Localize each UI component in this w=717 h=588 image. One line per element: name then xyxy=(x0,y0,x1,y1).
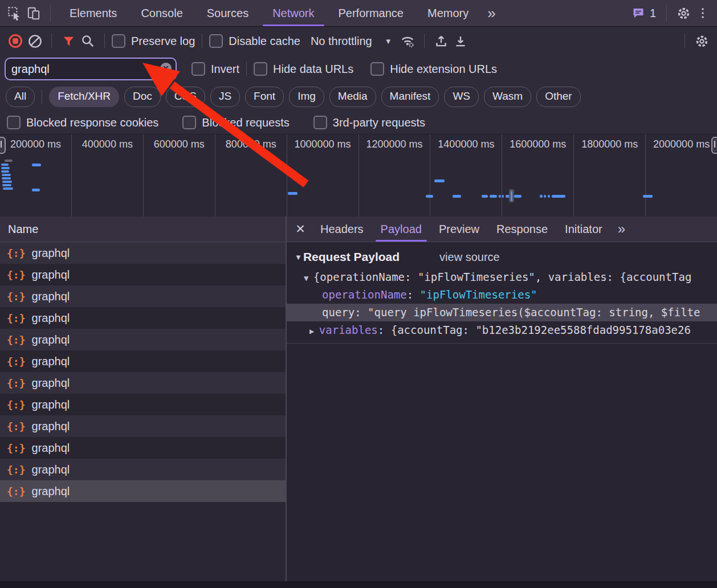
clear-network-log-icon[interactable] xyxy=(25,31,44,51)
request-name: graphql xyxy=(32,312,70,325)
details-tab-payload[interactable]: Payload xyxy=(372,217,430,242)
settings-gear-icon[interactable] xyxy=(674,3,693,23)
inspect-element-icon[interactable] xyxy=(5,3,24,23)
filter-chip-js[interactable]: JS xyxy=(210,87,240,107)
checkbox[interactable] xyxy=(370,62,384,76)
tab-memory[interactable]: Memory xyxy=(415,1,480,26)
export-har-icon[interactable] xyxy=(451,31,470,51)
device-toolbar-icon[interactable] xyxy=(24,3,43,23)
checkbox[interactable] xyxy=(209,34,223,48)
tab-elements[interactable]: Elements xyxy=(58,1,129,26)
filter-chip-manifest[interactable]: Manifest xyxy=(381,87,439,107)
checkbox-label: 3rd-party requests xyxy=(333,116,425,129)
filter-chip-fetch-xhr[interactable]: Fetch/XHR xyxy=(49,87,119,107)
filter-chip-img[interactable]: Img xyxy=(289,87,324,107)
import-har-icon[interactable] xyxy=(431,31,451,51)
overview-tick: 1600000 ms xyxy=(502,134,573,217)
request-row[interactable]: {:}graphql xyxy=(0,480,286,502)
request-name: graphql xyxy=(32,377,70,390)
name-column-header[interactable]: Name xyxy=(0,217,286,242)
close-details-icon[interactable]: ✕ xyxy=(289,222,312,236)
filter-chip-doc[interactable]: Doc xyxy=(124,87,161,107)
tab-performance[interactable]: Performance xyxy=(327,1,416,26)
view-source-link[interactable]: view source xyxy=(439,251,500,264)
filter-chip-other[interactable]: Other xyxy=(536,87,581,107)
overview-handle-right[interactable] xyxy=(711,137,717,154)
checkbox[interactable] xyxy=(182,116,196,129)
json-braces-icon: {:} xyxy=(7,269,26,281)
request-row[interactable]: {:}graphql xyxy=(0,264,286,285)
filter-chip-css[interactable]: CSS xyxy=(166,87,205,107)
filter-input[interactable] xyxy=(6,63,176,76)
hide-data-urls-checkbox[interactable]: Hide data URLs xyxy=(254,62,353,76)
more-details-tabs-icon[interactable]: » xyxy=(611,218,632,240)
throttling-select[interactable]: No throttling ▼ xyxy=(311,35,392,48)
payload-line[interactable]: ▼ {operationName: "ipFlowTimeseries", va… xyxy=(287,268,717,286)
filter-funnel-icon[interactable] xyxy=(59,31,78,51)
request-name: graphql xyxy=(32,398,70,411)
request-row[interactable]: {:}graphql xyxy=(0,307,286,329)
details-tab-initiator[interactable]: Initiator xyxy=(556,217,611,242)
details-tab-preview[interactable]: Preview xyxy=(430,217,488,242)
divider xyxy=(202,34,202,48)
network-overview-strip[interactable]: 200000 ms400000 ms600000 ms800000 ms1000… xyxy=(0,134,717,218)
details-tab-headers[interactable]: Headers xyxy=(312,217,372,242)
network-settings-gear-icon[interactable] xyxy=(692,31,711,51)
checkbox[interactable] xyxy=(112,34,125,48)
payload-line[interactable]: operationName: "ipFlowTimeseries" xyxy=(287,286,717,304)
search-icon[interactable] xyxy=(78,31,97,51)
request-row[interactable]: {:}graphql xyxy=(0,459,286,480)
network-conditions-icon[interactable] xyxy=(398,31,417,51)
record-network-log-icon[interactable] xyxy=(6,31,25,51)
request-row[interactable]: {:}graphql xyxy=(0,350,286,372)
overview-tick: 200000 ms xyxy=(0,134,71,217)
expand-triangle-icon[interactable]: ▼ xyxy=(304,273,313,283)
devtools-tab-bar: ElementsConsoleSourcesNetworkPerformance… xyxy=(0,0,717,27)
issues-counter[interactable]: 1 xyxy=(628,6,659,20)
request-row[interactable]: {:}graphql xyxy=(0,285,286,307)
clear-filter-icon[interactable]: ✕ xyxy=(160,63,172,74)
invert-checkbox[interactable]: Invert xyxy=(192,62,239,76)
request-row[interactable]: {:}graphql xyxy=(0,329,286,350)
filter-input-box[interactable]: ✕ xyxy=(5,58,177,80)
hide-extension-urls-checkbox[interactable]: Hide extension URLs xyxy=(370,62,497,76)
kebab-menu-icon[interactable] xyxy=(693,3,712,23)
tab-sources[interactable]: Sources xyxy=(195,1,260,26)
tab-network[interactable]: Network xyxy=(260,1,326,26)
checkbox[interactable] xyxy=(313,116,327,129)
overview-tick: 400000 ms xyxy=(71,134,143,217)
payload-line[interactable]: ▶ variables: {accountTag: "b12e3b2192ee5… xyxy=(287,321,717,339)
blocked-requests-checkbox[interactable]: Blocked requests xyxy=(182,116,289,129)
tab-console[interactable]: Console xyxy=(129,1,194,26)
blocked-response-cookies-checkbox[interactable]: Blocked response cookies xyxy=(7,116,158,129)
request-row[interactable]: {:}graphql xyxy=(0,394,286,415)
request-name: graphql xyxy=(32,420,70,433)
request-row[interactable]: {:}graphql xyxy=(0,415,286,437)
3rd-party-requests-checkbox[interactable]: 3rd-party requests xyxy=(313,116,425,129)
filter-chip-media[interactable]: Media xyxy=(329,87,376,107)
request-row[interactable]: {:}graphql xyxy=(0,437,286,459)
filter-chip-wasm[interactable]: Wasm xyxy=(484,87,531,107)
overview-handle-left[interactable] xyxy=(0,137,6,154)
request-row[interactable]: {:}graphql xyxy=(0,242,286,264)
checkbox[interactable] xyxy=(192,62,205,76)
payload-tree: ▼ {operationName: "ipFlowTimeseries", va… xyxy=(287,268,717,339)
section-expander-icon[interactable]: ▼ xyxy=(295,253,302,262)
preserve-log-checkbox[interactable]: Preserve log xyxy=(112,34,195,48)
divider xyxy=(42,89,42,104)
checkbox[interactable] xyxy=(254,62,267,76)
payload-line[interactable]: query: "query ipFlowTimeseries($accountT… xyxy=(287,304,717,321)
disable-cache-checkbox[interactable]: Disable cache xyxy=(209,34,300,48)
request-row[interactable]: {:}graphql xyxy=(0,372,286,394)
filter-chip-all[interactable]: All xyxy=(6,87,35,107)
filter-chip-font[interactable]: Font xyxy=(245,87,284,107)
request-name: graphql xyxy=(32,268,70,281)
checkbox[interactable] xyxy=(7,116,21,129)
request-payload-section: ▼ Request Payload view source xyxy=(287,242,717,268)
expand-triangle-icon[interactable]: ▶ xyxy=(309,326,319,336)
json-braces-icon: {:} xyxy=(7,442,26,454)
filter-chip-ws[interactable]: WS xyxy=(444,87,479,107)
name-header-label: Name xyxy=(8,223,38,236)
more-tabs-icon[interactable]: » xyxy=(480,2,502,24)
details-tab-response[interactable]: Response xyxy=(488,217,556,242)
